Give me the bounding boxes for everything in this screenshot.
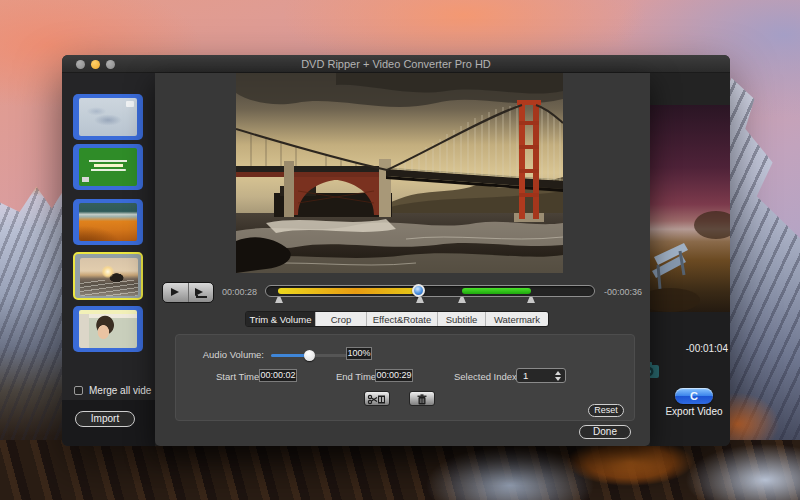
bottom-toolbar: Import	[62, 400, 155, 446]
scissors-film-icon	[367, 394, 387, 405]
tab-trim-volume[interactable]: Trim & Volume	[246, 312, 316, 327]
camera-icon	[650, 361, 660, 379]
merge-checkbox[interactable]	[74, 386, 83, 395]
merge-label: Merge all vide	[89, 385, 151, 396]
trim-handle-1[interactable]	[275, 297, 283, 303]
selection-segment	[462, 288, 531, 294]
audio-volume-label: Audio Volume:	[202, 349, 264, 360]
thumbnail-sunset-beach-clip-selected[interactable]	[73, 252, 143, 300]
play-icon	[171, 288, 179, 296]
playhead-knob[interactable]	[412, 284, 425, 297]
progress-segment	[278, 288, 419, 294]
total-remaining-time: -00:01:04	[650, 343, 728, 354]
cut-clip-button[interactable]	[364, 391, 390, 406]
done-button[interactable]: Done	[579, 425, 631, 439]
delete-clip-button[interactable]	[409, 391, 435, 406]
start-time-field[interactable]: 00:00:02	[259, 369, 297, 382]
trash-icon	[412, 394, 432, 405]
tab-effect-rotate[interactable]: Effect&Rotate	[367, 312, 438, 327]
tab-watermark[interactable]: Watermark	[486, 312, 548, 327]
desktop-wallpaper: DVD Ripper + Video Converter Pro HD Merg…	[0, 0, 800, 500]
playback-button-group	[162, 282, 214, 303]
end-time-field[interactable]: 00:00:29	[375, 369, 413, 382]
preview-panel: -00:01:04 C Export Video	[650, 73, 730, 446]
tab-subtitle[interactable]: Subtitle	[438, 312, 486, 327]
preview-panel-header	[650, 73, 730, 105]
thumbnail-green-slide-clip[interactable]	[73, 144, 143, 190]
end-time-label: End Time:	[336, 371, 369, 382]
trim-slider[interactable]	[265, 285, 595, 297]
thumbnail-sketch-clip[interactable]	[73, 94, 143, 140]
titlebar: DVD Ripper + Video Converter Pro HD	[62, 55, 730, 73]
sketch-clip-image	[79, 98, 137, 136]
volume-value: 100%	[346, 347, 372, 360]
play-clip-button[interactable]	[188, 283, 214, 302]
tab-crop[interactable]: Crop	[316, 312, 367, 327]
tab-bar: Trim & Volume Crop Effect&Rotate Subtitl…	[245, 311, 549, 327]
trim-handle-4[interactable]	[527, 297, 535, 303]
volume-slider[interactable]	[271, 354, 351, 357]
selected-index-label: Selected Index:	[454, 371, 510, 382]
start-time-label: Start Time:	[216, 371, 254, 382]
green-slide-clip-image	[79, 148, 137, 186]
stepper-arrows-icon[interactable]	[553, 370, 564, 381]
trim-handle-2[interactable]	[416, 297, 424, 303]
export-video-label: Export Video	[650, 406, 730, 417]
trim-settings-panel: Audio Volume: 100% Start Time: 00:00:02 …	[175, 334, 635, 421]
current-time: 00:00:28	[215, 287, 257, 297]
export-icon-letter: C	[690, 390, 698, 402]
reset-button[interactable]: Reset	[588, 404, 624, 417]
import-button[interactable]: Import	[75, 411, 135, 427]
transport-bar: 00:00:28 -00:00:36	[155, 278, 650, 308]
video-preview	[236, 73, 563, 273]
export-video-button[interactable]: C	[675, 388, 713, 404]
window-title: DVD Ripper + Video Converter Pro HD	[62, 55, 730, 73]
portrait-clip-image	[79, 310, 137, 348]
trim-dialog-sheet: 00:00:28 -00:00:36 Trim & Volume Crop Ef…	[155, 73, 650, 446]
volume-knob[interactable]	[304, 350, 315, 361]
remaining-time: -00:00:36	[604, 287, 642, 297]
thumbnail-portrait-clip[interactable]	[73, 306, 143, 352]
play-clip-line	[196, 295, 207, 298]
merge-row: Merge all vide	[74, 385, 155, 397]
selected-index-stepper[interactable]: 1	[516, 368, 566, 383]
selected-index-value: 1	[523, 370, 528, 381]
video-list-sidebar: Merge all vide Import	[62, 73, 155, 446]
thumbnail-desert-dune-clip[interactable]	[73, 199, 143, 245]
sunset-beach-clip-image	[80, 258, 138, 296]
play-button[interactable]	[163, 283, 188, 302]
desert-dune-clip-image	[79, 203, 137, 241]
beach-bench-preview-image	[650, 105, 730, 312]
trim-handle-3[interactable]	[458, 297, 466, 303]
wallpaper-foreground-rocks	[0, 440, 800, 500]
